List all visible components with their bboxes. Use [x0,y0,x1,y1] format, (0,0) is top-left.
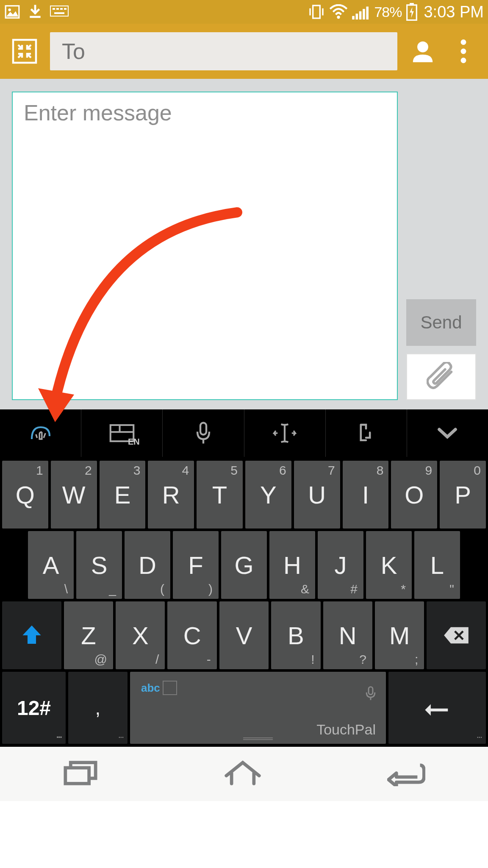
keyboard-row-2: A\ S_ D( F) G H& J# K* L" [1,530,487,600]
svg-rect-2 [30,16,40,18]
key-r[interactable]: 4R [148,461,194,529]
key-shift[interactable] [2,601,61,669]
key-s[interactable]: S_ [76,531,122,599]
status-clock: 3:03 PM [424,3,484,21]
cursor-control-icon[interactable] [244,409,326,457]
key-f[interactable]: F) [173,531,219,599]
svg-point-1 [8,8,11,11]
battery-percent: 78% [374,4,402,20]
space-grip-icon [243,737,273,740]
key-j[interactable]: J# [318,531,363,599]
keyboard-row-1: 1Q 2W 3E 4R 5T 6Y 7U 8I 9O 0P [1,459,487,530]
key-p[interactable]: 0P [440,461,486,529]
svg-rect-4 [53,8,55,10]
svg-point-12 [337,16,340,19]
key-z[interactable]: Z@ [64,601,113,669]
recipient-input[interactable] [62,39,385,64]
key-a[interactable]: A\ [28,531,74,599]
more-options-icon[interactable] [448,36,479,67]
keyboard-layout-icon[interactable]: EN [81,409,163,457]
android-navbar [0,747,488,801]
key-comma[interactable]: ,... [68,672,128,744]
keyboard-indicator-icon [50,6,69,18]
signal-icon [352,4,370,19]
key-d[interactable]: D( [125,531,170,599]
svg-point-21 [417,42,428,53]
key-q[interactable]: 1Q [2,461,48,529]
key-x[interactable]: X/ [116,601,165,669]
key-y[interactable]: 6Y [245,461,291,529]
svg-rect-31 [369,687,373,695]
key-v[interactable]: V [219,601,269,669]
key-n[interactable]: N? [323,601,372,669]
key-i[interactable]: 8I [343,461,389,529]
keyboard-toolbar: EN [0,409,488,457]
keyboard-row-4: 12#... ,... abc TouchPal ... [1,670,487,745]
key-enter[interactable]: ... [388,672,486,744]
keyboard-hide-icon[interactable] [407,409,488,457]
wifi-icon [329,4,348,19]
key-g[interactable]: G [221,531,267,599]
status-bar: 78% 3:03 PM [0,0,488,24]
svg-rect-5 [56,8,59,10]
key-l[interactable]: L" [414,531,460,599]
battery-charging-icon [406,3,418,21]
recent-apps-icon[interactable] [63,760,98,788]
mic-small-icon [365,679,377,707]
key-backspace[interactable] [427,601,486,669]
svg-rect-8 [54,12,64,14]
key-h[interactable]: H& [269,531,315,599]
key-u[interactable]: 7U [294,461,340,529]
svg-point-22 [461,39,466,45]
key-e[interactable]: 3E [100,461,146,529]
image-icon [4,4,20,20]
key-m[interactable]: M; [375,601,424,669]
send-button[interactable]: Send [406,299,476,346]
key-numeric[interactable]: 12#... [2,672,66,744]
svg-rect-14 [356,14,358,19]
svg-rect-28 [200,423,206,435]
message-input[interactable]: Enter message [12,92,398,400]
key-b[interactable]: B! [271,601,320,669]
paperclip-icon [427,362,456,392]
keyboard-brand: TouchPal [316,721,376,738]
svg-rect-20 [13,40,36,63]
key-space[interactable]: abc TouchPal [130,672,386,744]
recipient-field-wrap[interactable] [50,32,397,70]
enter-icon [424,697,451,719]
home-icon[interactable] [224,760,262,788]
vibrate-icon [308,3,325,20]
key-k[interactable]: K* [366,531,412,599]
key-c[interactable]: C- [167,601,216,669]
abc-toggle: abc [139,679,177,696]
voice-input-icon[interactable] [163,409,244,457]
svg-point-23 [461,49,466,54]
svg-point-24 [461,58,466,63]
download-icon [27,4,43,20]
contact-icon[interactable] [408,36,438,67]
svg-rect-15 [359,11,362,19]
key-w[interactable]: 2W [51,461,97,529]
backspace-icon [443,626,470,645]
keyboard-row-3: Z@ X/ C- V B! N? M; [1,600,487,670]
svg-rect-3 [50,6,68,16]
compose-area: Enter message Send [0,79,488,409]
keyboard-lang-label: EN [128,437,140,447]
svg-rect-6 [60,8,63,10]
back-icon[interactable] [387,760,425,788]
svg-rect-35 [65,768,89,784]
key-t[interactable]: 5T [197,461,243,529]
compose-header [0,24,488,79]
svg-rect-16 [363,9,366,19]
svg-rect-7 [64,8,67,10]
swipe-settings-icon[interactable] [0,409,81,457]
key-o[interactable]: 9O [391,461,437,529]
svg-rect-9 [313,6,320,18]
attach-button[interactable] [406,353,476,400]
svg-rect-13 [352,16,355,19]
shift-icon [21,624,42,647]
svg-rect-17 [366,7,369,19]
collapse-icon[interactable] [9,36,40,67]
keyboard: 1Q 2W 3E 4R 5T 6Y 7U 8I 9O 0P A\ S_ D( F… [0,457,488,747]
edit-mode-icon[interactable] [326,409,407,457]
